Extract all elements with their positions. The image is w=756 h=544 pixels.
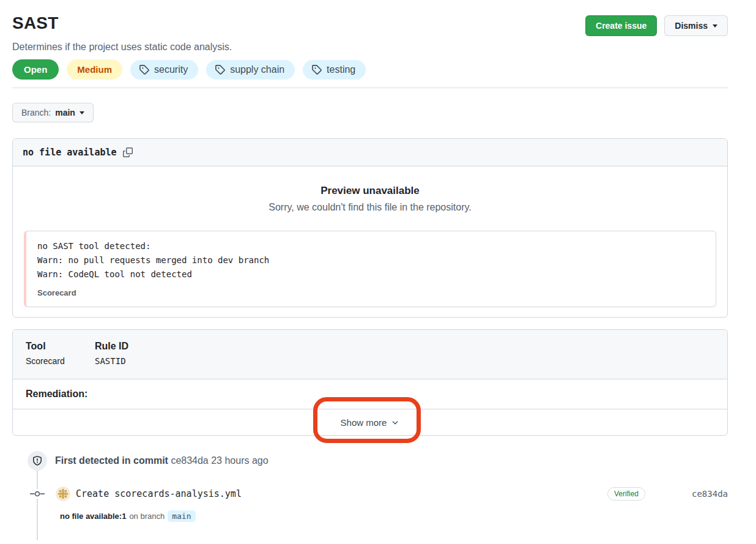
commit-message[interactable]: Create scorecards-analysis.yml	[76, 488, 242, 499]
file-preview-box: no file available Preview unavailable So…	[12, 138, 728, 318]
first-detected-rest: ce834da 23 hours ago	[171, 455, 268, 466]
show-more-row: Show more	[13, 409, 727, 435]
timeline-first-detected: First detected in commit ce834da 23 hour…	[12, 451, 728, 471]
create-issue-button[interactable]: Create issue	[585, 15, 657, 36]
tag-icon	[139, 64, 149, 75]
tag-label: security	[154, 64, 188, 75]
alert-details-box: Tool Scorecard Rule ID SASTID Remediatio…	[12, 329, 728, 436]
commit-sha[interactable]: ce834da	[667, 489, 728, 499]
preview-unavailable-title: Preview unavailable	[23, 185, 717, 197]
tag-testing[interactable]: testing	[303, 60, 366, 80]
branch-pill: main	[168, 510, 195, 522]
rule-id-label: Rule ID	[95, 341, 128, 352]
tag-label: testing	[327, 64, 355, 75]
status-badge: Open	[12, 59, 59, 80]
avatar[interactable]	[56, 486, 70, 501]
chevron-down-icon	[713, 24, 717, 28]
tag-icon	[215, 64, 225, 75]
dismiss-button-label: Dismiss	[675, 21, 708, 31]
alert-description: Determines if the project uses static co…	[12, 42, 728, 53]
branch-selector-label: Branch:	[21, 108, 51, 117]
preview-unavailable-subtitle: Sorry, we couldn't find this file in the…	[23, 202, 717, 213]
show-more-button[interactable]: Show more	[341, 417, 400, 428]
commit-row: Create scorecards-analysis.yml Verified …	[12, 486, 728, 501]
alert-message-line: no SAST tool detected:	[37, 239, 705, 253]
tool-column: Tool Scorecard	[26, 341, 95, 366]
remediation-label: Remediation:	[13, 379, 727, 409]
tag-icon	[311, 64, 322, 75]
alert-message-card: no SAST tool detected: Warn: no pull req…	[24, 231, 716, 307]
severity-badge: Medium	[67, 59, 122, 80]
divider	[12, 88, 728, 88]
verified-badge[interactable]: Verified	[607, 487, 645, 501]
dismiss-button[interactable]: Dismiss	[664, 15, 728, 36]
tag-security[interactable]: security	[130, 60, 198, 80]
header-actions: Create issue Dismiss	[585, 15, 728, 36]
show-more-label: Show more	[341, 417, 387, 428]
copy-icon[interactable]	[123, 147, 133, 157]
tag-label: supply chain	[230, 64, 284, 75]
tool-label: Tool	[26, 341, 95, 352]
first-detected-text: First detected in commit ce834da 23 hour…	[55, 455, 269, 466]
branch-selector[interactable]: Branch: main	[12, 103, 94, 122]
page-header: SAST Create issue Dismiss	[12, 13, 728, 36]
chevron-down-icon	[391, 419, 399, 427]
tool-value: Scorecard	[26, 356, 95, 366]
commit-location: no file available:1 on branch main	[60, 510, 728, 522]
first-detected-bold: First detected in commit	[55, 455, 168, 466]
alert-source-label: Scorecard	[37, 288, 705, 297]
alert-message-line: Warn: CodeQL tool not detected	[37, 267, 705, 281]
badge-row: Open Medium security supply chain testin…	[12, 59, 728, 80]
shield-icon	[28, 451, 47, 471]
rule-id-value: SASTID	[95, 356, 128, 366]
commit-location-mid: on branch	[129, 512, 165, 521]
git-commit-icon	[30, 489, 45, 499]
commit-location-file: no file available:1	[60, 512, 126, 521]
alert-page: SAST Create issue Dismiss Determines if …	[12, 0, 728, 540]
file-preview-body: Preview unavailable Sorry, we couldn't f…	[13, 166, 727, 317]
branch-selector-value: main	[55, 108, 75, 117]
alert-message-line: Warn: no pull requests merged into dev b…	[37, 253, 705, 267]
file-name: no file available	[23, 147, 117, 158]
page-title: SAST	[12, 13, 58, 33]
details-header: Tool Scorecard Rule ID SASTID	[13, 330, 727, 379]
file-header: no file available	[13, 139, 727, 166]
alert-timeline: First detected in commit ce834da 23 hour…	[12, 451, 728, 540]
chevron-down-icon	[80, 111, 84, 114]
tag-supply-chain[interactable]: supply chain	[206, 60, 295, 80]
rule-id-column: Rule ID SASTID	[95, 341, 128, 366]
